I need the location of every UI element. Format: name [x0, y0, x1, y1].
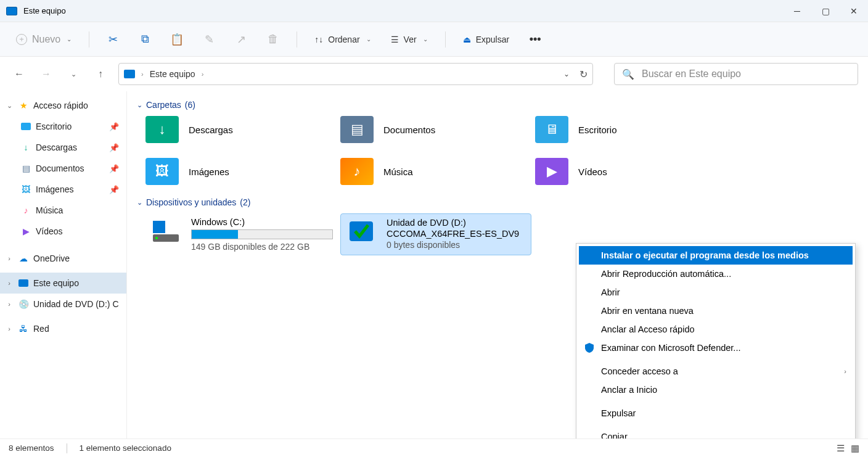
ctx-open[interactable]: Abrir [579, 283, 853, 302]
divider [89, 31, 89, 47]
minimize-button[interactable]: ─ [783, 0, 811, 22]
folder-label: Vídeos [578, 167, 607, 177]
chevron-down-icon[interactable]: ⌄ [5, 102, 14, 110]
ctx-label: Abrir [601, 287, 620, 297]
ctx-pin-start[interactable]: Anclar a Inicio [579, 381, 853, 399]
chevron-right-icon[interactable]: › [5, 255, 14, 262]
download-icon: ↓ [20, 141, 32, 154]
folder-icon: ▶ [535, 158, 568, 185]
drive-status: 0 bytes disponibles [387, 240, 519, 250]
drive-c[interactable]: Windows (C:) 149 GB disponibles de 222 G… [145, 213, 337, 255]
group-label: Carpetas [146, 100, 181, 110]
drive-dvd[interactable]: Unidad de DVD (D:) CCCOMA_X64FRE_ES-ES_D… [340, 213, 531, 255]
sidebar-item-label: Imágenes [36, 184, 73, 194]
folder-icon: 🖼 [145, 158, 179, 185]
close-button[interactable]: ✕ [840, 0, 868, 22]
sidebar-network[interactable]: › 🖧 Red [0, 318, 126, 339]
details-view-button[interactable]: ☰ [837, 443, 845, 454]
delete-button[interactable]: 🗑 [261, 27, 285, 52]
sidebar-item-music[interactable]: ♪ Música [0, 200, 126, 221]
chevron-right-icon[interactable]: › [5, 325, 14, 332]
sidebar-dvd[interactable]: › 💿 Unidad de DVD (D:) C [0, 294, 126, 315]
maximize-button[interactable]: ▢ [811, 0, 840, 22]
sidebar-item-label: Escritorio [36, 121, 72, 131]
folder-videos[interactable]: ▶ Vídeos [535, 158, 726, 185]
view-icon: ☰ [391, 35, 399, 44]
chevron-down-icon: ⌄ [423, 36, 428, 43]
cut-button[interactable]: ✂ [100, 27, 125, 52]
folder-downloads[interactable]: ↓ Descargas [145, 116, 337, 143]
ctx-defender[interactable]: Examinar con Microsoft Defender... [579, 339, 853, 357]
network-icon: 🖧 [17, 323, 30, 335]
sidebar-item-pictures[interactable]: 🖼 Imágenes 📌 [0, 179, 126, 200]
up-button[interactable]: ↑ [91, 65, 110, 83]
group-count: (2) [240, 197, 250, 207]
ctx-label: Anclar al Acceso rápido [601, 324, 695, 334]
sidebar-item-label: Música [36, 205, 63, 215]
chevron-right-icon: › [844, 368, 846, 375]
folder-desktop[interactable]: 🖥 Escritorio [535, 116, 726, 143]
chevron-down-icon: ⌄ [67, 36, 72, 43]
sort-button[interactable]: ↑↓ Ordenar ⌄ [308, 31, 377, 48]
status-count: 8 elementos [9, 443, 54, 453]
folder-documents[interactable]: ▤ Documentos [340, 116, 531, 143]
folder-label: Imágenes [189, 167, 229, 177]
folder-label: Documentos [383, 125, 435, 135]
search-input[interactable]: 🔍 Buscar en Este equipo [614, 63, 858, 85]
svg-rect-0 [153, 221, 165, 233]
view-button[interactable]: ☰ Ver ⌄ [385, 31, 434, 48]
breadcrumb[interactable]: Este equipo [150, 69, 195, 79]
tiles-view-button[interactable]: ▦ [851, 443, 859, 454]
drive-name: Windows (C:) [191, 217, 333, 227]
sidebar-this-pc[interactable]: › Este equipo [0, 273, 126, 294]
folder-icon: 🖥 [535, 116, 568, 143]
sidebar-onedrive[interactable]: › ☁ OneDrive [0, 248, 126, 269]
ctx-eject[interactable]: Expulsar [579, 404, 853, 422]
title-bar: Este equipo ─ ▢ ✕ [0, 0, 868, 22]
eject-button[interactable]: ⏏ Expulsar [457, 31, 515, 48]
copy-button[interactable]: ⧉ [133, 27, 157, 52]
folder-pictures[interactable]: 🖼 Imágenes [145, 158, 337, 185]
address-bar[interactable]: › Este equipo › ⌄ ↻ [118, 63, 593, 85]
share-button[interactable]: ↗ [229, 27, 253, 52]
ctx-pin-quick[interactable]: Anclar al Acceso rápido [579, 320, 853, 339]
sidebar-item-documents[interactable]: ▤ Documentos 📌 [0, 158, 126, 179]
sidebar-item-label: Descargas [36, 142, 77, 152]
ctx-open-new-window[interactable]: Abrir en ventana nueva [579, 302, 853, 320]
plus-icon: + [16, 34, 27, 45]
back-button[interactable]: ← [10, 65, 28, 83]
sidebar-quick-access[interactable]: ⌄ ★ Acceso rápido [0, 95, 126, 116]
sidebar-item-videos[interactable]: ▶ Vídeos [0, 221, 126, 242]
chevron-right-icon[interactable]: › [5, 279, 14, 287]
more-button[interactable]: ••• [523, 27, 547, 52]
group-header-drives[interactable]: ⌄ Dispositivos y unidades (2) [137, 197, 858, 207]
cloud-icon: ☁ [17, 252, 30, 265]
ctx-install-run[interactable]: Instalar o ejecutar el programa desde lo… [579, 246, 853, 265]
storage-bar [191, 229, 333, 239]
chevron-down-icon[interactable]: ⌄ [563, 70, 570, 78]
shield-icon [584, 342, 595, 353]
new-button[interactable]: + Nuevo ⌄ [10, 30, 78, 49]
sidebar-item-downloads[interactable]: ↓ Descargas 📌 [0, 137, 126, 158]
chevron-right-icon: › [202, 70, 204, 78]
drive-name: Unidad de DVD (D:) [387, 218, 519, 228]
ctx-autoplay[interactable]: Abrir Reproducción automática... [579, 265, 853, 283]
forward-button[interactable]: → [37, 65, 55, 83]
chevron-down-icon: ⌄ [137, 199, 142, 207]
ctx-grant-access[interactable]: Conceder acceso a› [579, 362, 853, 381]
sidebar-item-label: Vídeos [36, 226, 63, 236]
paste-button[interactable]: 📋 [165, 27, 189, 52]
sidebar-item-desktop[interactable]: Escritorio 📌 [0, 116, 126, 137]
sidebar-item-label: Documentos [36, 163, 84, 173]
ctx-label: Instalar o ejecutar el programa desde lo… [601, 250, 809, 260]
rename-button[interactable]: ✎ [197, 27, 221, 52]
drive-status: 149 GB disponibles de 222 GB [191, 242, 333, 252]
status-selected: 1 elemento seleccionado [80, 443, 171, 453]
history-button[interactable]: ⌄ [64, 65, 83, 83]
ctx-copy[interactable]: Copiar [579, 427, 853, 438]
folder-music[interactable]: ♪ Música [340, 158, 531, 185]
chevron-right-icon[interactable]: › [5, 300, 14, 308]
refresh-button[interactable]: ↻ [579, 68, 588, 80]
divider [297, 31, 297, 47]
group-header-folders[interactable]: ⌄ Carpetas (6) [137, 100, 858, 110]
